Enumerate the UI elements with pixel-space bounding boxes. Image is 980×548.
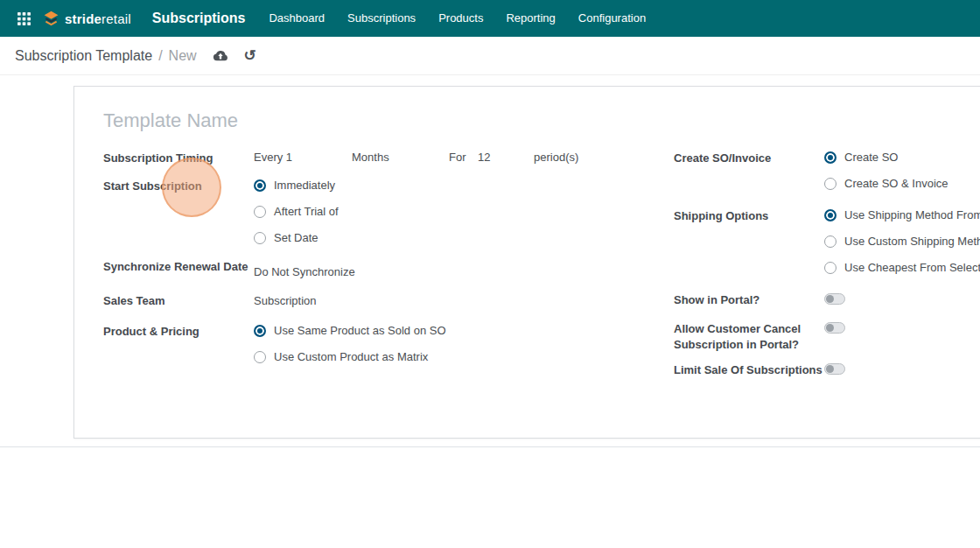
- timing-every-input[interactable]: Every 1: [254, 150, 352, 165]
- row-allow-cancel: Allow Customer Cancel Subscription in Po…: [674, 320, 980, 353]
- radio-checked-icon[interactable]: [824, 151, 836, 164]
- breadcrumb-bar: Subscription Template / New ↺: [0, 37, 980, 75]
- synchronize-renewal-select[interactable]: Do Not Synchronize: [254, 258, 355, 280]
- radio-unchecked-icon[interactable]: [254, 232, 266, 244]
- radio-same-product[interactable]: Use Same Product as Sold on SO: [254, 323, 446, 339]
- timing-unit-select[interactable]: Months: [352, 150, 449, 165]
- create-so-invoice-options: Create SO Create SO & Invoice: [824, 150, 948, 192]
- breadcrumb-separator: /: [158, 48, 162, 64]
- apps-grid-icon[interactable]: [9, 0, 38, 37]
- show-in-portal-label: Show in Portal?: [674, 292, 824, 308]
- radio-unchecked-icon[interactable]: [824, 235, 836, 248]
- radio-unchecked-icon[interactable]: [824, 262, 836, 274]
- start-subscription-label: Start Subscription: [103, 178, 254, 194]
- radio-unchecked-icon[interactable]: [824, 178, 836, 190]
- radio-custom-shipping[interactable]: Use Custom Shipping Metho: [824, 234, 980, 249]
- timing-for-label: For: [449, 150, 478, 165]
- brand-logo-icon: [42, 10, 60, 28]
- menu-item-dashboard[interactable]: Dashboard: [257, 0, 336, 37]
- radio-custom-product-matrix[interactable]: Use Custom Product as Matrix: [254, 349, 446, 365]
- bottom-divider: [0, 446, 980, 447]
- discard-undo-icon[interactable]: ↺: [244, 48, 256, 63]
- row-create-so-invoice: Create SO/Invoice Create SO Create SO & …: [674, 150, 980, 192]
- save-cloud-icon[interactable]: [213, 49, 228, 62]
- main-menu: Dashboard Subscriptions Products Reporti…: [257, 0, 657, 37]
- radio-set-date[interactable]: Set Date: [254, 230, 339, 246]
- top-navbar: strideretail Subscriptions Dashboard Sub…: [0, 0, 980, 37]
- product-pricing-label: Product & Pricing: [103, 323, 254, 340]
- radio-checked-icon[interactable]: [824, 209, 836, 221]
- shipping-options: Use Shipping Method From Use Custom Ship…: [824, 207, 980, 276]
- radio-create-so[interactable]: Create SO: [824, 150, 948, 165]
- brand-name: strideretail: [65, 11, 131, 26]
- radio-checked-icon[interactable]: [254, 179, 266, 192]
- form-left-column: Subscription Timing Every 1 Months For 1…: [103, 150, 674, 390]
- menu-item-products[interactable]: Products: [427, 0, 494, 37]
- radio-unchecked-icon[interactable]: [254, 206, 266, 218]
- radio-cheapest-shipping[interactable]: Use Cheapest From Selected: [824, 260, 980, 276]
- timing-fields: Every 1 Months For 12 period(s): [254, 150, 578, 165]
- template-name-input[interactable]: Template Name: [103, 109, 980, 132]
- form-grid: Subscription Timing Every 1 Months For 1…: [103, 150, 980, 390]
- allow-cancel-label: Allow Customer Cancel Subscription in Po…: [674, 320, 824, 353]
- show-in-portal-toggle[interactable]: [824, 293, 845, 305]
- row-limit-sale: Limit Sale Of Subscriptions: [674, 362, 980, 378]
- row-product-pricing: Product & Pricing Use Same Product as So…: [103, 323, 674, 365]
- allow-cancel-toggle[interactable]: [824, 322, 845, 334]
- limit-sale-label: Limit Sale Of Subscriptions: [674, 362, 824, 378]
- row-start-subscription: Start Subscription Immediately Aftert Tr…: [103, 178, 674, 246]
- subscription-timing-label: Subscription Timing: [103, 150, 254, 166]
- radio-after-trial[interactable]: Aftert Trial of: [254, 204, 339, 220]
- synchronize-renewal-label: Synchronize Renewal Date: [103, 258, 254, 275]
- radio-immediately[interactable]: Immediately: [254, 178, 339, 193]
- brand-logo[interactable]: strideretail: [38, 10, 140, 28]
- row-sales-team: Sales Team Subscription: [103, 292, 674, 309]
- radio-checked-icon[interactable]: [254, 325, 266, 337]
- form-right-column: Create SO/Invoice Create SO Create SO & …: [674, 150, 980, 390]
- create-so-invoice-label: Create SO/Invoice: [674, 150, 824, 166]
- row-subscription-timing: Subscription Timing Every 1 Months For 1…: [103, 150, 674, 166]
- radio-create-so-invoice[interactable]: Create SO & Invoice: [824, 176, 948, 192]
- row-shipping-options: Shipping Options Use Shipping Method Fro…: [674, 207, 980, 276]
- shipping-options-label: Shipping Options: [674, 207, 824, 224]
- limit-sale-toggle[interactable]: [824, 363, 845, 375]
- radio-shipping-from-so[interactable]: Use Shipping Method From: [824, 207, 980, 223]
- breadcrumb-current: New: [169, 48, 197, 64]
- row-show-in-portal: Show in Portal?: [674, 292, 980, 308]
- timing-period-label: period(s): [534, 150, 578, 165]
- sales-team-input[interactable]: Subscription: [254, 292, 317, 309]
- current-app-name[interactable]: Subscriptions: [140, 11, 258, 26]
- radio-unchecked-icon[interactable]: [254, 351, 266, 363]
- timing-count-input[interactable]: 12: [478, 150, 534, 165]
- menu-item-configuration[interactable]: Configuration: [567, 0, 657, 37]
- product-pricing-options: Use Same Product as Sold on SO Use Custo…: [254, 323, 446, 365]
- start-subscription-options: Immediately Aftert Trial of Set Date: [254, 178, 339, 246]
- breadcrumb-parent[interactable]: Subscription Template: [15, 48, 152, 64]
- form-sheet: Template Name Subscription Timing Every …: [74, 86, 980, 439]
- row-synchronize-renewal: Synchronize Renewal Date Do Not Synchron…: [103, 258, 674, 280]
- sales-team-label: Sales Team: [103, 292, 254, 309]
- menu-item-reporting[interactable]: Reporting: [494, 0, 566, 37]
- menu-item-subscriptions[interactable]: Subscriptions: [336, 0, 427, 37]
